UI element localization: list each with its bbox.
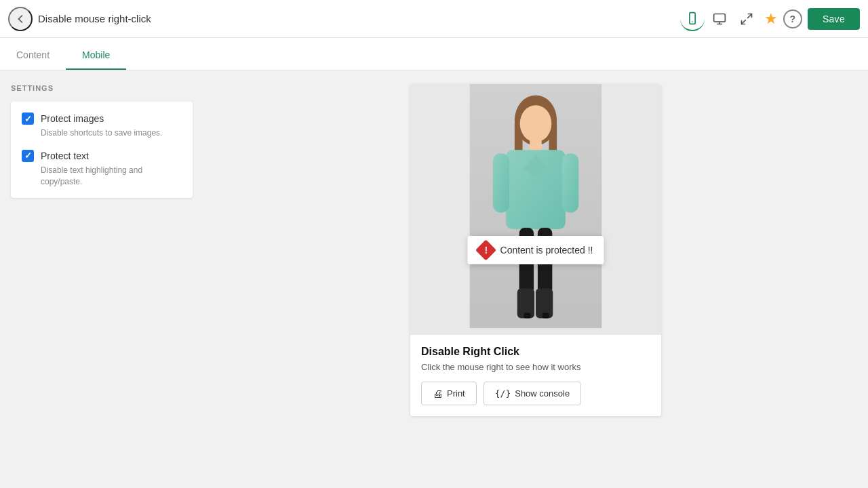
console-icon: {/}	[495, 388, 511, 399]
settings-card: Protect images Disable shortcuts to save…	[11, 102, 193, 198]
preview-image-container: Content is protected !!	[410, 84, 661, 335]
left-panel: SETTINGS Protect images Disable shortcut…	[0, 70, 203, 488]
protected-text: Content is protected !!	[500, 245, 593, 256]
preview-subtitle: Click the mouse right to see how it work…	[421, 362, 650, 372]
svg-line-6	[741, 20, 745, 24]
model-image	[468, 84, 604, 328]
svg-rect-17	[562, 153, 578, 213]
protect-images-row: Protect images	[22, 113, 182, 125]
protect-text-label: Protect text	[41, 150, 89, 161]
help-icon[interactable]: ?	[783, 9, 802, 28]
tab-mobile[interactable]: Mobile	[66, 49, 126, 70]
show-console-button[interactable]: {/} Show console	[484, 382, 581, 405]
tabs: Content Mobile	[0, 38, 868, 70]
back-button[interactable]	[8, 7, 33, 31]
print-icon: 🖨	[433, 388, 443, 399]
svg-line-5	[748, 14, 752, 18]
tab-content[interactable]: Content	[0, 49, 66, 70]
preview-title: Disable Right Click	[421, 346, 650, 358]
protect-images-label: Protect images	[41, 113, 104, 124]
svg-point-11	[520, 105, 552, 142]
preview-actions: 🖨 Print {/} Show console	[421, 382, 650, 405]
topbar: Disable mouse right-click ★ ?	[0, 0, 868, 38]
svg-rect-22	[524, 313, 530, 319]
svg-rect-23	[542, 313, 549, 319]
protect-images-desc: Disable shortcuts to save images.	[22, 127, 182, 139]
main-layout: SETTINGS Protect images Disable shortcut…	[0, 70, 868, 488]
responsive-icon-btn[interactable]	[734, 7, 759, 31]
protect-text-desc: Disable text highlighting and copy/paste…	[22, 165, 182, 188]
save-button[interactable]: Save	[808, 8, 860, 30]
show-console-label: Show console	[515, 388, 570, 399]
page-title: Disable mouse right-click	[38, 13, 680, 24]
monitor-icon-btn[interactable]	[707, 7, 732, 31]
protect-images-item: Protect images Disable shortcuts to save…	[22, 113, 182, 139]
preview-content: Disable Right Click Click the mouse righ…	[410, 335, 661, 416]
print-label: Print	[447, 388, 465, 399]
topbar-right: ★ ? Save	[764, 8, 860, 30]
svg-rect-2	[714, 14, 726, 22]
svg-rect-0	[690, 12, 695, 24]
svg-rect-16	[493, 153, 509, 213]
settings-label: SETTINGS	[11, 84, 193, 92]
protect-text-row: Protect text	[22, 150, 182, 162]
print-button[interactable]: 🖨 Print	[421, 382, 477, 405]
mobile-icon-btn[interactable]	[680, 7, 705, 31]
protected-bubble: Content is protected !!	[468, 236, 604, 264]
protect-images-checkbox[interactable]	[22, 113, 34, 125]
protect-text-item: Protect text Disable text highlighting a…	[22, 150, 182, 188]
warning-icon	[475, 240, 496, 261]
star-icon[interactable]: ★	[764, 10, 778, 28]
preview-card: Content is protected !! Disable Right Cl…	[410, 84, 661, 416]
device-icons	[680, 7, 759, 31]
right-panel: Content is protected !! Disable Right Cl…	[203, 70, 868, 488]
protect-text-checkbox[interactable]	[22, 150, 34, 162]
